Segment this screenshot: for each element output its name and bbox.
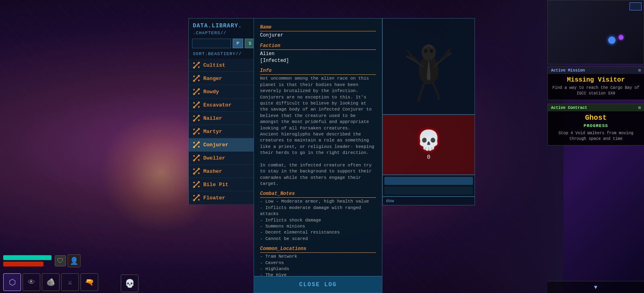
list-item[interactable]: Bile Pit <box>189 178 258 191</box>
svg-point-37 <box>198 181 200 183</box>
creature-name-cultist: Cultist <box>203 62 225 68</box>
list-item[interactable]: Cultist <box>189 59 258 72</box>
svg-point-47 <box>430 49 433 53</box>
detail-panel: Name Conjurer Faction Alien [Infected] I… <box>254 18 382 293</box>
close-log-button[interactable]: CLOSE LOG <box>254 276 382 293</box>
list-item[interactable]: Rowdy <box>189 85 258 98</box>
svg-point-22 <box>193 129 195 130</box>
creature-bone-icon <box>193 154 200 162</box>
skull-box: 💀 0 <box>382 115 475 175</box>
hotbar-item-2[interactable]: 🪨 <box>42 273 60 291</box>
creature-name-ranger: Ranger <box>203 76 222 82</box>
hotbar-icon-1: 👁 <box>28 278 35 287</box>
detail-content: Name Conjurer Faction Alien [Infected] I… <box>254 18 382 276</box>
name-value: Conjurer <box>260 32 376 39</box>
skull-count: 0 <box>427 154 430 160</box>
creature-name-bile-pit: Bile Pit <box>203 182 228 188</box>
mission-title: Missing Visitor <box>548 74 644 85</box>
combat-notes: - Low - Moderate armor, high health valu… <box>260 199 376 242</box>
svg-point-43 <box>198 199 200 201</box>
svg-point-30 <box>193 155 195 157</box>
contract-expand-icon[interactable]: ⊞ <box>638 105 641 110</box>
svg-point-26 <box>193 142 195 143</box>
progress-bar-2 <box>384 186 473 195</box>
hotbar-item-0[interactable]: ⬡ <box>3 273 21 291</box>
mission-description: Find a way to reach the Cargo Bay of IGC… <box>548 85 644 100</box>
creature-bone-icon <box>193 88 200 95</box>
hotbar-icon-4: 🔫 <box>85 278 94 287</box>
svg-point-34 <box>193 168 195 170</box>
faction-label: Faction <box>260 43 376 50</box>
svg-point-28 <box>193 160 195 162</box>
minimap-dot-blue <box>608 37 615 44</box>
creature-bone-icon <box>193 101 200 109</box>
creature-bone-icon <box>193 75 200 82</box>
svg-point-6 <box>193 76 195 77</box>
list-item[interactable]: Martyr <box>189 125 258 138</box>
hotbar-icon-2: 🪨 <box>46 278 55 287</box>
svg-point-7 <box>198 80 200 81</box>
list-item[interactable]: Nailer <box>189 112 258 125</box>
list-item[interactable]: Dweller <box>189 152 258 165</box>
red-bar <box>3 262 43 266</box>
svg-point-35 <box>198 172 200 174</box>
svg-point-4 <box>193 80 195 82</box>
name-label: Name <box>260 25 376 31</box>
svg-point-29 <box>198 155 200 157</box>
hotbar-icon-3: ⚔ <box>68 278 72 287</box>
locations-label: Common_Locations <box>260 246 376 253</box>
health-bars: 🛡 👤 <box>0 254 89 267</box>
svg-point-23 <box>198 133 200 134</box>
svg-point-5 <box>198 75 200 77</box>
mission-expand-icon[interactable]: ⊞ <box>638 68 641 73</box>
svg-point-33 <box>198 168 200 170</box>
svg-point-16 <box>193 120 195 122</box>
svg-point-10 <box>193 89 195 90</box>
search-input[interactable] <box>192 39 231 48</box>
teal-bar <box>3 255 52 260</box>
shield-icon: 🛡 <box>57 257 64 265</box>
creature-name-nailer: Nailer <box>203 115 222 121</box>
hotbar-icon-0: ⬡ <box>9 277 16 287</box>
creature-name-rowdy: Rowdy <box>203 89 219 95</box>
list-item[interactable]: Masher <box>189 165 258 178</box>
combat-label: Combat_Notes <box>260 191 376 198</box>
contract-progress-label: PROGRESS <box>548 123 644 129</box>
list-item-selected[interactable]: Conjurer <box>189 138 258 152</box>
svg-point-19 <box>198 119 200 121</box>
hotbar-item-4[interactable]: 🔫 <box>80 273 98 291</box>
faction-value: Alien [Infected] <box>260 51 376 64</box>
minimap-rect <box>630 2 642 10</box>
svg-point-12 <box>193 107 195 109</box>
hotbar-item-3[interactable]: ⚔ <box>61 273 79 291</box>
svg-point-39 <box>198 186 200 187</box>
creature-bone-icon <box>193 141 200 148</box>
svg-point-36 <box>193 186 195 188</box>
svg-point-45 <box>421 44 436 60</box>
list-item[interactable]: Excavator <box>189 98 258 112</box>
scroll-down-arrow[interactable]: ▼ <box>594 284 597 291</box>
svg-point-14 <box>193 102 195 104</box>
svg-point-0 <box>193 67 195 69</box>
creature-name-excavator: Excavator <box>203 102 231 108</box>
creature-name-floater: Floater <box>203 195 225 201</box>
svg-point-9 <box>198 88 200 90</box>
svg-point-41 <box>198 195 200 197</box>
creature-name-dweller: Dweller <box>203 155 225 161</box>
image-panel: 💀 0 dow <box>382 18 475 205</box>
progress-bars-box <box>382 175 475 197</box>
list-item[interactable]: Floater <box>189 191 258 205</box>
info-value: Not uncommon among the alien race on thi… <box>260 76 376 187</box>
svg-point-32 <box>193 173 195 175</box>
skull-hotbar-item[interactable]: 💀 <box>121 275 138 292</box>
contract-header: Active Contract ⊞ <box>548 104 644 111</box>
scroll-bar[interactable]: ▼ <box>547 281 644 293</box>
hotbar-item-1[interactable]: 👁 <box>23 273 40 291</box>
svg-point-27 <box>198 146 200 148</box>
contract-panel: Active Contract ⊞ Ghost PROGRESS Stop 4 … <box>547 104 644 145</box>
info-label: Info <box>260 68 376 75</box>
mission-header: Active Mission ⊞ <box>548 67 644 74</box>
list-item[interactable]: Ranger <box>189 72 258 85</box>
creature-name-martyr: Martyr <box>203 129 222 135</box>
search-btn-p[interactable]: P <box>233 39 243 48</box>
